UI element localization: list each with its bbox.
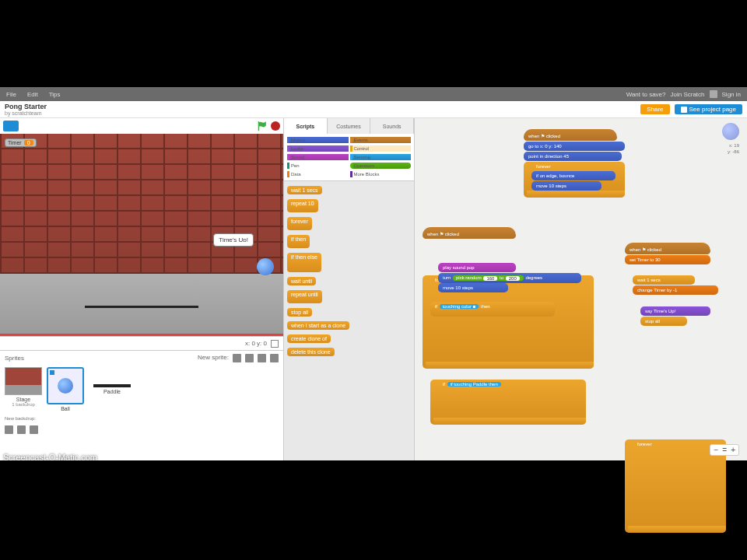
user-icon: [710, 90, 717, 98]
category-sound[interactable]: Sound: [287, 154, 349, 160]
scratch-icon: [3, 121, 19, 131]
block-wait[interactable]: wait 1 secs: [633, 275, 695, 285]
menu-edit[interactable]: Edit: [27, 91, 38, 98]
block-motion[interactable]: if on edge, bounce: [531, 171, 615, 180]
page-icon: [681, 107, 687, 113]
block-motion[interactable]: move 10 steps: [531, 181, 601, 191]
ball-sprite-on-stage[interactable]: [257, 258, 274, 275]
block-if[interactable]: if if touching Paddle then: [430, 380, 586, 425]
stage-footer: x: 0 y: 0: [0, 336, 283, 350]
variable-monitor-timer[interactable]: Timer 0: [5, 138, 37, 147]
block-if[interactable]: if touching color ■ then: [430, 302, 555, 317]
palette-block[interactable]: repeat until: [287, 290, 322, 303]
paint-sprite-icon[interactable]: [245, 354, 254, 362]
zoom-reset-button[interactable]: =: [722, 446, 727, 454]
join-link[interactable]: Join Scratch: [671, 91, 705, 98]
zoom-in-button[interactable]: +: [731, 446, 735, 454]
block-stop[interactable]: stop all: [640, 317, 687, 326]
block-hat-flag[interactable]: when ⚑ clicked: [524, 129, 617, 141]
stage-thumbnail[interactable]: Stage 1 backdrop: [5, 367, 42, 407]
signin-link[interactable]: Sign in: [722, 91, 741, 98]
backdrop-ground: [0, 274, 283, 336]
block-hat-flag[interactable]: when ⚑ clicked: [625, 243, 710, 254]
stop-icon[interactable]: [271, 121, 280, 131]
upload-sprite-icon[interactable]: [258, 354, 266, 362]
current-sprite-thumb: [722, 123, 739, 140]
palette-block[interactable]: create clone of: [287, 334, 331, 343]
category-more[interactable]: More Blocks: [350, 171, 412, 177]
choose-backdrop-icon[interactable]: [5, 425, 13, 434]
category-pen[interactable]: Pen: [287, 163, 349, 169]
palette-block[interactable]: stop all: [287, 308, 312, 317]
block-hat-flag[interactable]: when ⚑ clicked: [423, 227, 516, 239]
category-sensing[interactable]: Sensing: [350, 154, 412, 160]
stage[interactable]: Timer 0 Time's Up!: [0, 134, 283, 336]
project-title: Pong Starter: [5, 103, 47, 110]
upload-backdrop-icon[interactable]: [30, 425, 38, 434]
category-operators[interactable]: Operators: [350, 163, 412, 169]
palette-block[interactable]: forever: [287, 217, 312, 230]
block-motion[interactable]: turn pick random 160 to 200 degrees: [438, 273, 581, 283]
block-palette[interactable]: wait 1 secs repeat 10 forever if then if…: [284, 181, 414, 460]
camera-sprite-icon[interactable]: [270, 354, 279, 362]
sprite-thumb-ball[interactable]: [47, 367, 84, 404]
script-area[interactable]: x: 19 y: -86 when ⚑ clicked go to x: 0 y…: [415, 118, 747, 460]
save-prompt: Want to save?: [626, 91, 666, 98]
palette-block[interactable]: if then else: [287, 253, 321, 272]
backdrop-brick-wall: [0, 134, 283, 274]
block-motion[interactable]: move 10 steps: [438, 283, 508, 292]
zoom-out-button[interactable]: −: [714, 446, 718, 454]
palette-block[interactable]: repeat 10: [287, 199, 318, 212]
category-data[interactable]: Data: [287, 171, 349, 177]
share-button[interactable]: Share: [640, 104, 669, 114]
block-data-change[interactable]: change Timer by -1: [633, 285, 718, 295]
menu-tips[interactable]: Tips: [49, 91, 61, 98]
new-sprite-label: New sprite:: [198, 354, 229, 362]
category-looks[interactable]: Looks: [287, 145, 349, 152]
block-data-set[interactable]: set Timer to 30: [625, 255, 710, 264]
tab-costumes[interactable]: Costumes: [328, 118, 371, 134]
green-flag-icon[interactable]: [257, 121, 268, 131]
palette-block[interactable]: when I start as a clone: [287, 321, 349, 330]
category-events[interactable]: Events: [350, 137, 412, 143]
fullscreen-icon[interactable]: [271, 340, 279, 348]
watermark: Screencast-O-Matic.com: [3, 453, 97, 462]
sprite-thumb-paddle[interactable]: Paddle: [89, 367, 135, 394]
choose-sprite-library-icon[interactable]: [233, 354, 241, 362]
project-author: by scratchteam: [5, 110, 47, 116]
tab-sounds[interactable]: Sounds: [370, 118, 414, 134]
category-panel: Motion Looks Sound Pen Data Events Contr…: [284, 134, 414, 181]
paddle-sprite-on-stage[interactable]: [85, 306, 198, 308]
tab-scripts[interactable]: Scripts: [284, 118, 328, 134]
menu-file[interactable]: File: [6, 91, 16, 98]
block-motion[interactable]: point in direction 45: [524, 152, 622, 161]
palette-block[interactable]: delete this clone: [287, 348, 335, 356]
block-say[interactable]: say Time's Up!: [640, 306, 710, 316]
editor-tabs: Scripts Costumes Sounds: [284, 118, 414, 134]
sprites-label: Sprites: [5, 355, 24, 362]
palette-block[interactable]: if then: [287, 235, 310, 248]
sprite-pane: Sprites New sprite: Stage: [0, 350, 283, 460]
backdrop-red-line: [0, 334, 283, 336]
speech-bubble: Time's Up!: [213, 233, 254, 247]
stage-coords: x: 0 y: 0: [245, 340, 267, 347]
block-sound[interactable]: play sound pop: [438, 263, 516, 272]
paint-backdrop-icon[interactable]: [17, 425, 26, 434]
zoom-controls: − = +: [710, 444, 739, 456]
new-backdrop-label: New backdrop:: [5, 416, 36, 421]
project-header: Pong Starter by scratchteam Share See pr…: [0, 101, 747, 118]
palette-block[interactable]: wait until: [287, 277, 316, 285]
category-control[interactable]: Control: [350, 145, 412, 152]
category-motion[interactable]: Motion: [287, 137, 349, 143]
palette-block[interactable]: wait 1 secs: [287, 186, 322, 194]
sprite-coords-readout: x: 19 y: -86: [728, 143, 739, 156]
see-project-page-button[interactable]: See project page: [675, 104, 743, 114]
browser-menubar: File Edit Tips Want to save? Join Scratc…: [0, 87, 747, 101]
block-motion[interactable]: go to x: 0 y: 140: [524, 142, 625, 151]
